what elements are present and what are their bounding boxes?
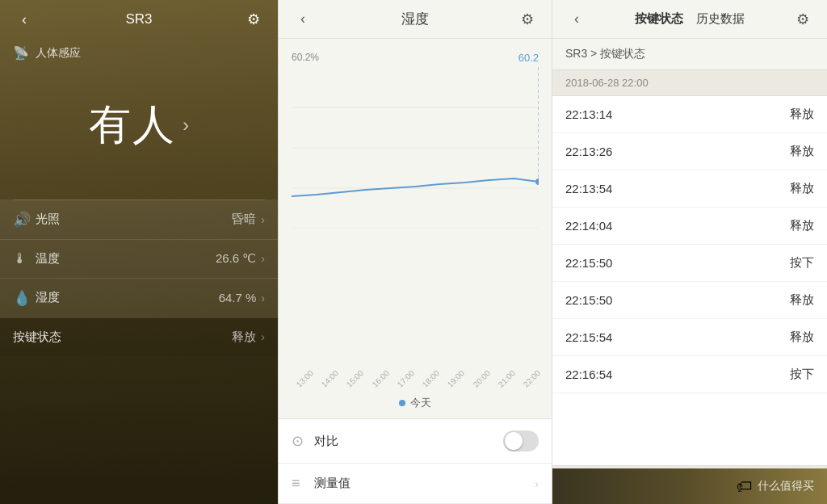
history-time-1: 22:13:26 (565, 145, 612, 158)
chart-x-labels: 13:00 14:00 15:00 16:00 17:00 18:00 19:0… (285, 372, 545, 391)
history-list: 22:13:14 释放 22:13:26 释放 22:13:54 释放 22:1… (552, 96, 827, 465)
mid-back-icon[interactable]: ‹ (292, 10, 314, 27)
left-panel: ‹ SR3 ⚙ 📡 人体感应 有人 › 🔊 光照 昏暗 (0, 0, 278, 504)
big-value-section[interactable]: 有人 › (0, 51, 278, 200)
motion-sensor-icon: 📡 (13, 45, 32, 61)
button-state-value: 释放 (232, 330, 256, 345)
measure-label: 测量值 (314, 476, 535, 491)
history-time-2: 22:13:54 (565, 182, 612, 195)
measure-icon: ≡ (292, 475, 314, 492)
compare-toggle[interactable] (503, 430, 539, 452)
right-back-icon[interactable]: ‹ (565, 10, 588, 27)
history-action-7: 按下 (790, 367, 814, 382)
list-item-light[interactable]: 🔊 光照 昏暗 › (0, 200, 278, 240)
temp-icon: 🌡 (13, 250, 36, 267)
history-action-2: 释放 (790, 181, 814, 196)
history-time-6: 22:15:54 (565, 330, 612, 344)
tab-history-data[interactable]: 历史数据 (693, 11, 748, 27)
humidity-value: 64.7 % (219, 291, 257, 304)
history-item-1[interactable]: 22:13:26 释放 (552, 133, 827, 170)
history-item-3[interactable]: 22:14:04 释放 (552, 208, 827, 245)
history-action-0: 释放 (790, 107, 814, 122)
history-action-4: 按下 (790, 255, 814, 271)
button-state-section: 按键状态 释放 › (0, 317, 278, 356)
history-item-2[interactable]: 22:13:54 释放 (552, 170, 827, 208)
history-time-7: 22:16:54 (565, 368, 612, 381)
chart-legend-row: 今天 (285, 391, 545, 418)
left-back-icon[interactable]: ‹ (13, 11, 36, 28)
right-header-tabs: 按键状态 历史数据 (632, 11, 748, 27)
compare-icon: ⊙ (292, 432, 314, 450)
legend-dot (399, 400, 405, 406)
history-item-5[interactable]: 22:15:50 释放 (552, 282, 827, 319)
light-chevron: › (261, 213, 265, 226)
measure-chevron: › (535, 477, 539, 490)
watermark-icon: 🏷 (737, 477, 753, 496)
measure-option-row[interactable]: ≡ 测量值 › (279, 464, 552, 504)
right-panel: ‹ 按键状态 历史数据 ⚙ SR3 > 按键状态 2018-06-28 22:0… (552, 0, 827, 504)
mid-header: ‹ 湿度 ⚙ (279, 0, 552, 39)
list-item-humidity[interactable]: 💧 湿度 64.7 % › (0, 279, 278, 317)
history-action-1: 释放 (790, 144, 814, 159)
breadcrumb: SR3 > 按键状态 (552, 39, 827, 69)
sensor-list: 🔊 光照 昏暗 › 🌡 温度 26.6 ℃ › 💧 湿度 64.7 % › (0, 200, 278, 317)
occupancy-value: 有人 (89, 97, 176, 153)
left-header: ‹ SR3 ⚙ (0, 0, 278, 39)
temp-chevron: › (261, 252, 265, 265)
history-time-5: 22:15:50 (565, 293, 612, 307)
chart-area: 60.2% 60.2 13:0 (279, 39, 552, 418)
legend-label: 今天 (410, 396, 431, 410)
light-icon: 🔊 (13, 211, 36, 229)
mid-panel: ‹ 湿度 ⚙ 60.2% 60.2 (278, 0, 552, 504)
history-item-0[interactable]: 22:13:14 释放 (552, 96, 827, 133)
history-action-6: 释放 (790, 330, 814, 345)
mid-settings-icon[interactable]: ⚙ (516, 10, 539, 28)
date-section-header: 2018-06-28 22:00 (552, 69, 827, 96)
left-panel-background (0, 356, 278, 505)
mid-options: ⊙ 对比 ≡ 测量值 › (279, 418, 552, 504)
toggle-thumb (505, 432, 523, 450)
history-item-4[interactable]: 22:15:50 按下 (552, 245, 827, 282)
history-action-3: 释放 (790, 218, 814, 233)
humidity-chart (292, 67, 539, 229)
humidity-chevron: › (261, 292, 265, 304)
humidity-label: 湿度 (36, 290, 219, 305)
tab-button-state[interactable]: 按键状态 (632, 11, 686, 27)
compare-label: 对比 (314, 434, 503, 449)
svg-point-4 (535, 178, 539, 185)
compare-option-row[interactable]: ⊙ 对比 (279, 419, 552, 464)
occupancy-chevron: › (183, 114, 189, 136)
history-time-3: 22:14:04 (565, 219, 612, 233)
button-state-item[interactable]: 按键状态 释放 › (0, 318, 278, 356)
light-value: 昏暗 (232, 212, 256, 227)
history-time-4: 22:15:50 (565, 256, 612, 270)
history-action-5: 释放 (790, 292, 814, 308)
history-item-7[interactable]: 22:16:54 按下 (552, 356, 827, 393)
list-item-temp[interactable]: 🌡 温度 26.6 ℃ › (0, 240, 278, 279)
chart-labels-top: 60.2% 60.2 (285, 52, 545, 64)
watermark-bar: 🏷 什么值得买 (552, 468, 827, 504)
humidity-icon: 💧 (13, 289, 36, 307)
chart-svg-container (285, 67, 545, 372)
left-title: SR3 (36, 11, 242, 27)
button-state-chevron: › (261, 330, 265, 343)
chart-peak-label: 60.2 (518, 52, 539, 64)
button-state-label: 按键状态 (13, 330, 232, 345)
chart-y-label: 60.2% (292, 52, 319, 63)
history-item-6[interactable]: 22:15:54 释放 (552, 319, 827, 356)
light-label: 光照 (36, 212, 232, 227)
history-time-0: 22:13:14 (565, 107, 612, 121)
right-settings-icon[interactable]: ⚙ (791, 10, 814, 28)
right-header: ‹ 按键状态 历史数据 ⚙ (552, 0, 827, 39)
left-settings-icon[interactable]: ⚙ (242, 10, 265, 28)
temp-label: 温度 (36, 251, 216, 267)
mid-title: 湿度 (314, 10, 516, 28)
watermark-text: 什么值得买 (758, 479, 814, 494)
temp-value: 26.6 ℃ (216, 251, 256, 266)
